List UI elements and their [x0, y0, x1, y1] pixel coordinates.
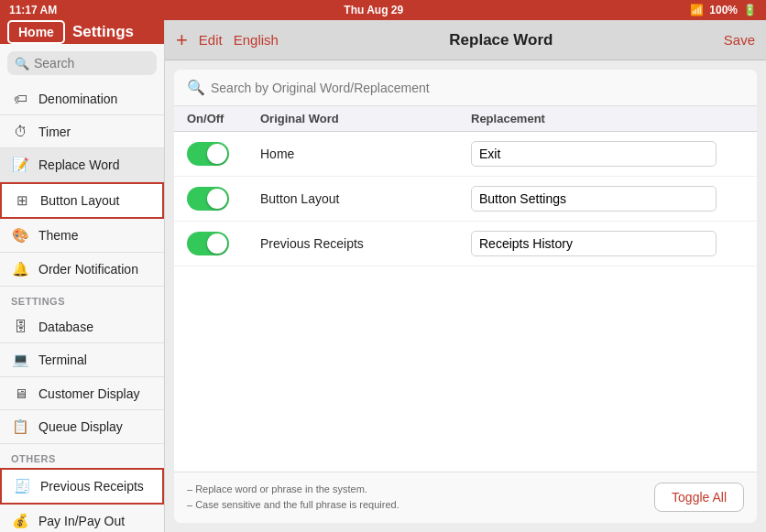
- content-search-input[interactable]: [211, 81, 744, 95]
- edit-button[interactable]: Edit: [199, 32, 223, 48]
- sidebar-item-label: Queue Display: [38, 419, 123, 434]
- content-search: 🔍: [174, 70, 757, 106]
- content-search-icon: 🔍: [187, 79, 205, 96]
- sidebar-item-denomination[interactable]: 🏷 Denomination: [0, 82, 164, 115]
- content-area: 🔍 On/Off Original Word Replacement: [174, 70, 757, 523]
- table-row: Home: [174, 132, 757, 177]
- customer-display-icon: 🖥: [11, 385, 29, 401]
- table-body: Home Button Layout: [174, 132, 757, 472]
- sidebar-item-label: Denomination: [38, 92, 117, 106]
- denomination-icon: 🏷: [11, 91, 29, 106]
- app-container: Home Settings 🔍 🏷 Denomination ⏱ Timer 📝…: [0, 20, 766, 532]
- language-selector[interactable]: English: [234, 32, 279, 48]
- sidebar-item-theme[interactable]: 🎨 Theme: [0, 219, 164, 253]
- col-original-word: Original Word: [260, 112, 471, 125]
- sidebar-search-icon: 🔍: [15, 57, 29, 71]
- previous-receipts-icon: 🧾: [13, 478, 31, 494]
- sidebar-item-database[interactable]: 🗄 Database: [0, 310, 164, 343]
- sidebar-item-label: Terminal: [38, 353, 87, 367]
- sidebar-search-input[interactable]: [34, 56, 149, 71]
- sidebar-item-label: Database: [38, 320, 93, 334]
- sidebar-item-previous-receipts[interactable]: 🧾 Previous Receipts: [0, 468, 164, 505]
- toggle-switch-1[interactable]: [187, 142, 260, 166]
- sidebar-item-button-layout[interactable]: ⊞ Button Layout: [0, 182, 164, 219]
- top-bar: + Edit English Replace Word Save: [165, 20, 766, 60]
- sidebar-item-label: Timer: [38, 125, 71, 139]
- sidebar-item-label: Pay In/Pay Out: [38, 514, 125, 528]
- wifi-icon: 📶: [690, 4, 704, 16]
- sidebar-item-label: Customer Display: [38, 386, 139, 401]
- order-notification-icon: 🔔: [11, 261, 29, 277]
- toggle-switch-2[interactable]: [187, 187, 260, 211]
- table-header: On/Off Original Word Replacement: [174, 106, 757, 132]
- others-section-label: OTHERS: [0, 444, 164, 468]
- status-bar: 11:17 AM Thu Aug 29 📶 100% 🔋: [0, 0, 766, 20]
- pay-in-pay-out-icon: 💰: [11, 513, 29, 529]
- button-layout-icon: ⊞: [13, 192, 31, 209]
- sidebar-header: Home Settings: [0, 20, 164, 44]
- sidebar-item-label: Button Layout: [40, 193, 119, 208]
- original-word-3: Previous Receipts: [260, 236, 471, 251]
- toggle-switch-3[interactable]: [187, 232, 260, 255]
- add-button[interactable]: +: [176, 28, 188, 52]
- sidebar-item-label: Theme: [38, 228, 79, 243]
- settings-section-label: SETTINGS: [0, 287, 164, 310]
- replacement-input-1[interactable]: [471, 141, 717, 167]
- table-row: Previous Receipts: [174, 222, 757, 266]
- save-button[interactable]: Save: [724, 32, 755, 48]
- battery-icon: 🔋: [743, 4, 757, 16]
- footer-notes: – Replace word or phrase in the system. …: [187, 482, 399, 514]
- sidebar-item-timer[interactable]: ⏱ Timer: [0, 115, 164, 148]
- footer-note-1: – Replace word or phrase in the system.: [187, 482, 399, 498]
- queue-display-icon: 📋: [11, 418, 29, 435]
- sidebar-item-order-notification[interactable]: 🔔 Order Notification: [0, 253, 164, 287]
- main-content: + Edit English Replace Word Save 🔍 On/Of…: [165, 20, 766, 532]
- sidebar-item-customer-display[interactable]: 🖥 Customer Display: [0, 377, 164, 410]
- replacement-input-2[interactable]: [471, 186, 717, 212]
- theme-icon: 🎨: [11, 227, 29, 244]
- timer-icon: ⏱: [11, 124, 29, 139]
- original-word-1: Home: [260, 147, 471, 161]
- sidebar-settings-label: Settings: [72, 23, 134, 41]
- battery-level: 100%: [709, 4, 738, 16]
- table-row: Button Layout: [174, 177, 757, 222]
- home-button[interactable]: Home: [7, 20, 65, 44]
- sidebar-item-label: Replace Word: [38, 157, 119, 172]
- status-date: Thu Aug 29: [344, 4, 403, 16]
- sidebar: Home Settings 🔍 🏷 Denomination ⏱ Timer 📝…: [0, 20, 165, 532]
- footer-note-2: – Case sensitive and the full phrase is …: [187, 497, 399, 514]
- database-icon: 🗄: [11, 319, 29, 334]
- sidebar-item-terminal[interactable]: 💻 Terminal: [0, 343, 164, 377]
- sidebar-item-queue-display[interactable]: 📋 Queue Display: [0, 410, 164, 444]
- sidebar-item-replace-word[interactable]: 📝 Replace Word: [0, 148, 164, 182]
- status-time: 11:17 AM: [9, 4, 57, 16]
- sidebar-item-label: Previous Receipts: [40, 479, 144, 494]
- content-footer: – Replace word or phrase in the system. …: [174, 472, 757, 523]
- page-title: Replace Word: [290, 31, 713, 49]
- sidebar-item-label: Order Notification: [38, 262, 138, 277]
- col-replacement: Replacement: [471, 112, 744, 125]
- original-word-2: Button Layout: [260, 191, 471, 206]
- replace-word-icon: 📝: [11, 157, 29, 173]
- toggle-all-button[interactable]: Toggle All: [654, 483, 744, 512]
- terminal-icon: 💻: [11, 352, 29, 368]
- sidebar-item-pay-in-pay-out[interactable]: 💰 Pay In/Pay Out: [0, 505, 164, 532]
- sidebar-search-box: 🔍: [7, 51, 157, 75]
- replacement-input-3[interactable]: [471, 231, 717, 256]
- col-on-off: On/Off: [187, 112, 260, 125]
